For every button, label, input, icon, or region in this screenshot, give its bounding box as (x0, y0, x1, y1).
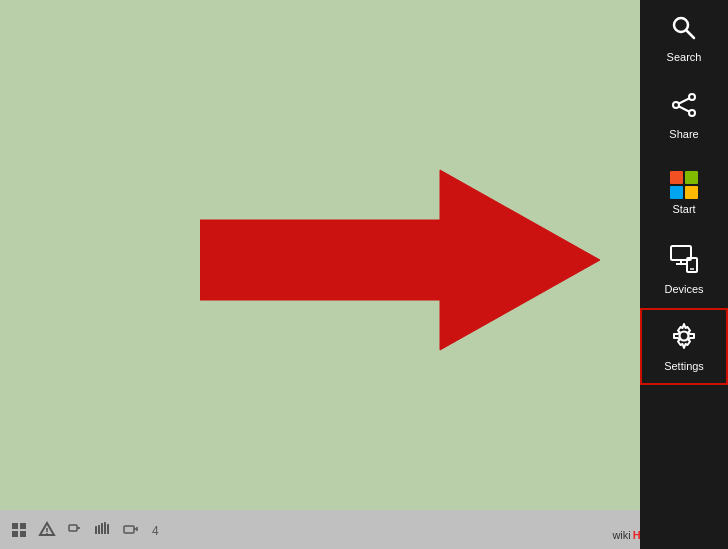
taskbar-icon-4[interactable] (92, 519, 114, 541)
settings-label: Settings (664, 360, 704, 372)
svg-rect-4 (20, 531, 26, 537)
arrow-indicator (200, 160, 600, 360)
share-icon (670, 91, 698, 124)
share-label: Share (669, 128, 698, 140)
svg-rect-2 (20, 523, 26, 529)
svg-point-22 (673, 102, 679, 108)
svg-rect-3 (12, 531, 18, 537)
svg-point-31 (680, 332, 689, 341)
search-icon (670, 14, 698, 47)
taskbar-icon-1[interactable] (8, 519, 30, 541)
svg-rect-8 (69, 525, 77, 531)
svg-rect-14 (107, 524, 109, 534)
charm-devices[interactable]: Devices (640, 231, 728, 308)
svg-rect-11 (98, 525, 100, 534)
settings-icon (669, 321, 699, 356)
svg-marker-0 (200, 170, 600, 350)
search-label: Search (667, 51, 702, 63)
taskbar-icon-2[interactable] (36, 519, 58, 541)
charm-search[interactable]: Search (640, 0, 728, 77)
taskbar-icon-3[interactable] (64, 519, 86, 541)
svg-point-7 (46, 532, 48, 534)
wiki-text: wiki (612, 529, 630, 541)
taskbar: 4 (0, 510, 640, 549)
svg-text:4: 4 (152, 524, 159, 538)
svg-rect-12 (101, 523, 103, 534)
svg-point-21 (689, 94, 695, 100)
svg-rect-15 (124, 526, 134, 533)
svg-line-20 (687, 31, 695, 39)
start-icon (670, 171, 698, 199)
charm-settings[interactable]: Settings (640, 308, 728, 385)
taskbar-icon-5[interactable] (120, 519, 142, 541)
svg-line-24 (679, 99, 689, 104)
start-label: Start (672, 203, 695, 215)
svg-rect-9 (77, 527, 80, 529)
devices-label: Devices (664, 283, 703, 295)
svg-rect-10 (95, 526, 97, 534)
svg-rect-13 (104, 522, 106, 534)
svg-point-23 (689, 110, 695, 116)
taskbar-icon-6[interactable]: 4 (148, 519, 170, 541)
charm-start[interactable]: Start (640, 154, 728, 231)
svg-rect-1 (12, 523, 18, 529)
charm-share[interactable]: Share (640, 77, 728, 154)
charms-bar: Search Share Start (640, 0, 728, 549)
svg-line-25 (679, 107, 689, 112)
devices-icon (669, 244, 699, 279)
